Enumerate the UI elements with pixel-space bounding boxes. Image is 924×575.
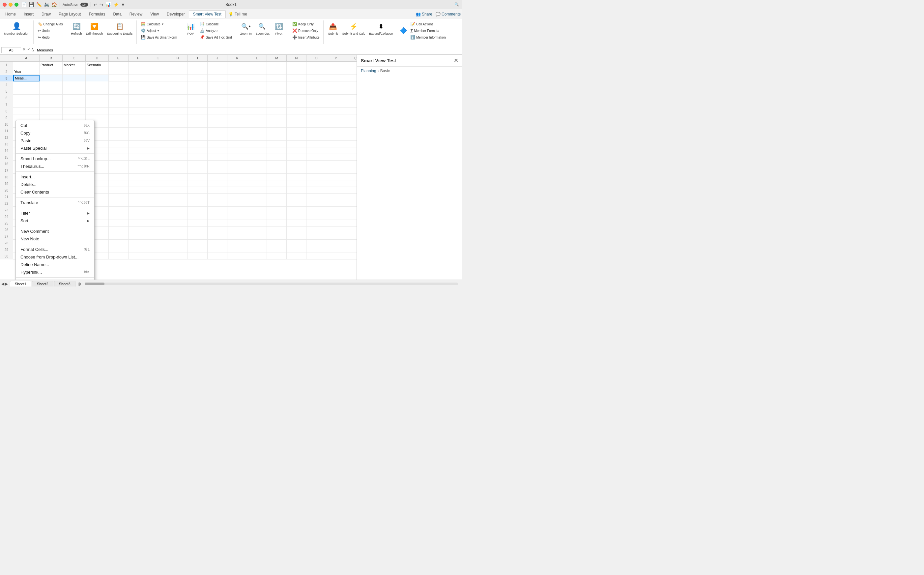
- cell-i2[interactable]: [188, 68, 208, 75]
- col-header-e[interactable]: E: [109, 55, 128, 61]
- cell-p2[interactable]: [326, 68, 346, 75]
- cell-n12[interactable]: [287, 134, 306, 141]
- cell-j26[interactable]: [208, 227, 227, 233]
- cancel-formula-icon[interactable]: ✕: [22, 47, 26, 52]
- cell-p25[interactable]: [326, 220, 346, 227]
- cell-e23[interactable]: [109, 207, 128, 213]
- cell-m8[interactable]: [267, 108, 287, 114]
- ctx-format-cells[interactable]: Format Cells...⌘1: [16, 246, 94, 253]
- cell-h14[interactable]: [168, 148, 188, 154]
- cell-n25[interactable]: [287, 220, 306, 227]
- cell-m13[interactable]: [267, 141, 287, 148]
- cell-h29[interactable]: [168, 246, 188, 253]
- cell-e10[interactable]: [109, 121, 128, 128]
- cell-k26[interactable]: [227, 227, 247, 233]
- cell-g24[interactable]: [148, 213, 168, 220]
- ctx-paste-special[interactable]: Paste Special▶: [16, 145, 94, 152]
- cell-b3[interactable]: [40, 75, 63, 81]
- cell-m5[interactable]: [267, 88, 287, 95]
- cell-q4[interactable]: [346, 81, 357, 88]
- cell-p9[interactable]: [326, 114, 346, 121]
- cell-g14[interactable]: [148, 148, 168, 154]
- cell-i14[interactable]: [188, 148, 208, 154]
- ctx-thesaurus[interactable]: Thesaurus...^⌥⌘R: [16, 162, 94, 170]
- cell-j24[interactable]: [208, 213, 227, 220]
- undo-button[interactable]: ↩ Undo: [36, 28, 64, 33]
- cell-b1[interactable]: Product: [40, 62, 63, 68]
- cell-o8[interactable]: [306, 108, 326, 114]
- keep-only-button[interactable]: ✅ Keep Only: [291, 21, 321, 27]
- cell-e27[interactable]: [109, 233, 128, 240]
- cell-e4[interactable]: [109, 81, 128, 88]
- cell-m18[interactable]: [267, 174, 287, 180]
- cell-f19[interactable]: [128, 180, 148, 187]
- ctx-clear-contents[interactable]: Clear Contents: [16, 188, 94, 196]
- cell-q21[interactable]: [346, 194, 357, 200]
- cell-m28[interactable]: [267, 240, 287, 246]
- cell-h12[interactable]: [168, 134, 188, 141]
- cell-e29[interactable]: [109, 246, 128, 253]
- cell-i13[interactable]: [188, 141, 208, 148]
- cell-o26[interactable]: [306, 227, 326, 233]
- cell-l11[interactable]: [247, 128, 267, 134]
- cell-n7[interactable]: [287, 101, 306, 108]
- cell-p16[interactable]: [326, 160, 346, 167]
- cell-d5[interactable]: [86, 88, 109, 95]
- cell-f8[interactable]: [128, 108, 148, 114]
- nav-next-sheet[interactable]: ▶: [5, 281, 8, 286]
- cell-k6[interactable]: [227, 95, 247, 101]
- save-ad-hoc-button[interactable]: 📌 Save Ad Hoc Grid: [198, 34, 233, 40]
- cell-p24[interactable]: [326, 213, 346, 220]
- cell-q13[interactable]: [346, 141, 357, 148]
- cell-l24[interactable]: [247, 213, 267, 220]
- cell-k21[interactable]: [227, 194, 247, 200]
- cell-o14[interactable]: [306, 148, 326, 154]
- cell-g12[interactable]: [148, 134, 168, 141]
- cell-j9[interactable]: [208, 114, 227, 121]
- cell-p29[interactable]: [326, 246, 346, 253]
- cell-p8[interactable]: [326, 108, 346, 114]
- cell-k25[interactable]: [227, 220, 247, 227]
- cell-i11[interactable]: [188, 128, 208, 134]
- cell-e21[interactable]: [109, 194, 128, 200]
- cell-j20[interactable]: [208, 187, 227, 194]
- col-header-n[interactable]: N: [287, 55, 306, 61]
- cell-g6[interactable]: [148, 95, 168, 101]
- search-icon[interactable]: 🔍: [454, 2, 460, 7]
- cell-p17[interactable]: [326, 167, 346, 174]
- cell-k17[interactable]: [227, 167, 247, 174]
- cell-k18[interactable]: [227, 174, 247, 180]
- ctx-sort[interactable]: Sort▶: [16, 217, 94, 224]
- cell-o6[interactable]: [306, 95, 326, 101]
- cell-m25[interactable]: [267, 220, 287, 227]
- cell-a6[interactable]: [13, 95, 40, 101]
- cell-q24[interactable]: [346, 213, 357, 220]
- print-icon[interactable]: 🖨️: [44, 2, 49, 7]
- cell-h30[interactable]: [168, 253, 188, 259]
- cell-o7[interactable]: [306, 101, 326, 108]
- cell-k2[interactable]: [227, 68, 247, 75]
- cell-j16[interactable]: [208, 160, 227, 167]
- cell-g17[interactable]: [148, 167, 168, 174]
- col-header-o[interactable]: O: [306, 55, 326, 61]
- cell-e7[interactable]: [109, 101, 128, 108]
- cell-l1[interactable]: [247, 62, 267, 68]
- cell-k23[interactable]: [227, 207, 247, 213]
- change-alias-button[interactable]: 🏷️ Change Alias: [36, 21, 64, 27]
- cell-h26[interactable]: [168, 227, 188, 233]
- tab-data[interactable]: Data: [109, 11, 125, 18]
- cell-n2[interactable]: [287, 68, 306, 75]
- cell-g2[interactable]: [148, 68, 168, 75]
- cell-m21[interactable]: [267, 194, 287, 200]
- cell-g30[interactable]: [148, 253, 168, 259]
- cell-q11[interactable]: [346, 128, 357, 134]
- ctx-define-name[interactable]: Define Name...: [16, 261, 94, 268]
- cell-n13[interactable]: [287, 141, 306, 148]
- cell-q29[interactable]: [346, 246, 357, 253]
- cell-j17[interactable]: [208, 167, 227, 174]
- cell-m29[interactable]: [267, 246, 287, 253]
- cell-g19[interactable]: [148, 180, 168, 187]
- ctx-filter[interactable]: Filter▶: [16, 210, 94, 217]
- cell-g16[interactable]: [148, 160, 168, 167]
- cell-c3[interactable]: [63, 75, 86, 81]
